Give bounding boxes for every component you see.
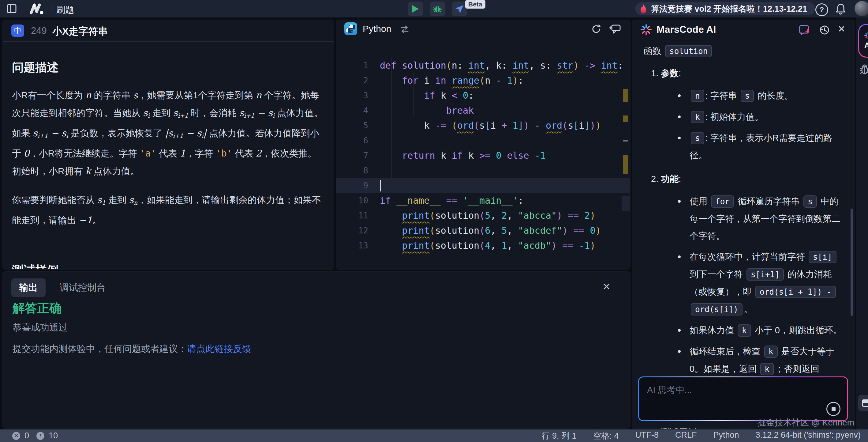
indent-setting[interactable]: 空格: 4 bbox=[593, 430, 619, 441]
user-avatar[interactable] bbox=[855, 1, 868, 16]
problem-body[interactable]: 问题描述 小R有一个长度为 n 的字符串 s，她需要从第1个字符走到第 n 个字… bbox=[3, 41, 334, 269]
contest-banner[interactable]: 算法竞技赛 vol2 开始报名啦！12.13-12.21 bbox=[635, 2, 815, 15]
line-number: 12 bbox=[336, 223, 368, 238]
notifications-bell-icon[interactable] bbox=[835, 3, 846, 15]
line-number: 1 bbox=[336, 58, 368, 73]
new-chat-icon[interactable] bbox=[799, 25, 810, 35]
top-bar: 刷题 Beta bbox=[0, 0, 868, 18]
flame-icon bbox=[639, 4, 647, 14]
ai-input-placeholder: AI 思考中... bbox=[647, 384, 839, 396]
cursor-position[interactable]: 行 9, 列 1 bbox=[541, 430, 576, 441]
close-icon[interactable]: ✕ bbox=[838, 24, 845, 34]
warnings-icon: ! bbox=[36, 432, 44, 440]
submit-button[interactable] bbox=[452, 2, 467, 16]
feedback-link[interactable]: 请点此链接反馈 bbox=[187, 344, 251, 354]
problem-title: 小X走字符串 bbox=[52, 25, 108, 38]
run-button[interactable] bbox=[408, 2, 423, 16]
encoding[interactable]: UTF-8 bbox=[635, 430, 659, 441]
code-line[interactable]: 6 bbox=[336, 133, 630, 148]
code-line[interactable]: 3 if k < 0: bbox=[336, 88, 630, 103]
ai-spark-icon bbox=[864, 32, 868, 39]
tab-output[interactable]: 输出 bbox=[11, 278, 45, 297]
ai-spark-icon bbox=[641, 24, 652, 35]
scrollbar[interactable] bbox=[850, 209, 853, 316]
line-number: 6 bbox=[336, 133, 368, 148]
close-icon[interactable]: ✕ bbox=[602, 281, 611, 293]
problem-header: 中 249 小X走字符串 bbox=[3, 20, 334, 42]
code-line-text: if k < 0: bbox=[380, 88, 474, 103]
code-line-text: break bbox=[380, 103, 474, 118]
panel-layout-icon bbox=[862, 399, 868, 407]
tab-debug-console[interactable]: 调试控制台 bbox=[60, 282, 105, 294]
code-line[interactable]: 5 k -= (ord(s[i + 1]) - ord(s[i])) bbox=[336, 118, 630, 133]
feedback-text: 提交功能内测体验中，任何问题或者建议： bbox=[12, 344, 187, 354]
code-line-text: return k if k >= 0 else -1 bbox=[380, 148, 546, 163]
line-number: 4 bbox=[336, 103, 368, 118]
problem-panel: 中 249 小X走字符串 问题描述 小R有一个长度为 n 的字符串 s，她需要从… bbox=[2, 20, 334, 270]
editor-header: Python bbox=[336, 20, 630, 38]
ai-bullet: 如果体力值 k 小于 0，则跳出循环。 bbox=[644, 322, 846, 339]
ai-block: 1. 参数: bbox=[644, 66, 846, 80]
panel-toggle-icon[interactable] bbox=[7, 4, 17, 13]
code-line[interactable]: 9 bbox=[336, 178, 630, 193]
code-line[interactable]: 7 return k if k >= 0 else -1 bbox=[336, 148, 630, 163]
rail-ai-label: AI bbox=[864, 41, 868, 50]
ai-bullet: n: 字符串 s 的长度。 bbox=[644, 87, 846, 105]
section-samples-heading: 测试样例 bbox=[12, 263, 325, 269]
code-line[interactable]: 10if __name__ == '__main__': bbox=[336, 193, 630, 208]
ruler-warning-mark bbox=[623, 155, 628, 174]
banner-text: 算法竞技赛 vol2 开始报名啦！12.13-12.21 bbox=[651, 3, 807, 14]
line-number: 7 bbox=[336, 148, 368, 163]
debug-button[interactable] bbox=[430, 2, 445, 16]
overview-ruler[interactable] bbox=[623, 55, 629, 269]
code-line[interactable]: 8 bbox=[336, 163, 630, 178]
rail-panel-layout-button[interactable] bbox=[858, 395, 868, 411]
code-line[interactable]: 13 print(solution(4, 1, "acdb") == -1) bbox=[336, 238, 630, 253]
status-bar: ✕ 0 ! 10 行 9, 列 1 空格: 4 UTF-8 CRLF Pytho… bbox=[0, 430, 868, 442]
format-code-icon[interactable] bbox=[609, 24, 621, 34]
code-line[interactable]: 12 print(solution(6, 5, "abcdef") == 0) bbox=[336, 223, 630, 238]
beta-badge: Beta bbox=[465, 0, 486, 8]
interpreter[interactable]: 3.12.2 64-bit ('shims': pyenv) bbox=[756, 430, 861, 441]
code-line[interactable]: 4 break bbox=[336, 103, 630, 118]
eol-setting[interactable]: CRLF bbox=[675, 430, 697, 441]
output-panel: 输出 调试控制台 ✕ 解答正确 恭喜成功通过 提交功能内测体验中，任何问题或者建… bbox=[2, 271, 630, 429]
ai-block: 函数 solution bbox=[644, 44, 846, 58]
problems-summary[interactable]: ✕ 0 ! 10 bbox=[12, 431, 58, 440]
problem-paragraph-2: 你需要判断她能否从 s1 走到 sn，如果能走到，请输出剩余的体力值；如果不能走… bbox=[12, 191, 325, 229]
line-number: 13 bbox=[336, 238, 368, 253]
history-clock-icon[interactable] bbox=[819, 25, 830, 35]
bug-icon bbox=[433, 4, 442, 13]
difficulty-badge: 中 bbox=[11, 25, 24, 37]
rail-debug-icon[interactable] bbox=[859, 63, 868, 76]
ai-block: 2. 功能: bbox=[644, 172, 846, 186]
code-line-text: print(solution(4, 1, "acdb") == -1) bbox=[380, 238, 595, 253]
language-mode[interactable]: Python bbox=[713, 430, 739, 441]
stop-generation-button[interactable] bbox=[826, 402, 840, 416]
app-window: 刷题 Beta bbox=[0, 0, 868, 442]
problem-id: 249 bbox=[31, 25, 47, 36]
ai-input-border: AI 思考中... bbox=[638, 377, 848, 421]
ai-bullet: 在每次循环中，计算当前字符 s[i] 到下一个字符 s[i+1] 的体力消耗（或… bbox=[644, 248, 846, 318]
help-button[interactable]: ? bbox=[815, 3, 828, 16]
rail-ai-toggle[interactable]: AI bbox=[858, 24, 868, 58]
language-switch-icon[interactable] bbox=[400, 25, 409, 33]
code-line[interactable]: 11 print(solution(5, 2, "abcca") == 2) bbox=[336, 208, 630, 223]
code-line[interactable]: 1def solution(n: int, k: int, s: str) ->… bbox=[336, 58, 630, 73]
reset-code-icon[interactable] bbox=[591, 24, 601, 34]
code-line-text: k -= (ord(s[i + 1]) - ord(s[i])) bbox=[380, 118, 601, 133]
line-number: 8 bbox=[336, 163, 368, 178]
ruler-active-line-band bbox=[622, 196, 630, 211]
code-line-text: print(solution(5, 2, "abcca") == 2) bbox=[380, 208, 595, 223]
ai-chat-input[interactable]: AI 思考中... bbox=[639, 377, 847, 420]
community-watermark: 掘金技术社区 @ Kennem bbox=[757, 417, 854, 429]
result-subtext: 恭喜成功通过 bbox=[12, 321, 68, 334]
divider bbox=[51, 5, 52, 13]
ai-response-content[interactable]: 函数 solution 1. 参数: n: 字符串 s 的长度。 k: 初始体力… bbox=[632, 39, 855, 429]
marscode-logo[interactable] bbox=[28, 2, 46, 15]
errors-count: 0 bbox=[25, 431, 29, 440]
problem-paragraph-1: 小R有一个长度为 n 的字符串 s，她需要从第1个字符走到第 n 个字符。她每次… bbox=[12, 86, 325, 180]
code-area[interactable]: 1def solution(n: int, k: int, s: str) ->… bbox=[336, 38, 630, 269]
code-line[interactable]: 2 for i in range(n - 1): bbox=[336, 73, 630, 88]
nav-practice-label[interactable]: 刷题 bbox=[56, 4, 74, 16]
